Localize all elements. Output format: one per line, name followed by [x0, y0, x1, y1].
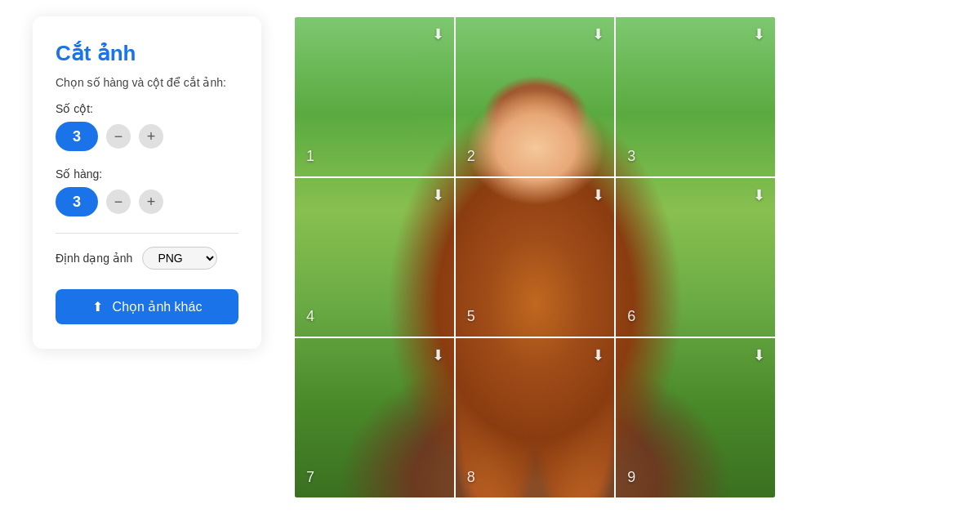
download-icon-2[interactable]: ⬇: [592, 25, 604, 43]
format-select[interactable]: PNG JPG WEBP: [142, 247, 217, 270]
cell-number-1: 1: [306, 148, 314, 165]
rows-decrement-button[interactable]: −: [106, 190, 131, 214]
cell-number-2: 2: [467, 148, 475, 165]
grid-cell-8: ⬇ 8: [455, 337, 616, 498]
columns-decrement-button[interactable]: −: [106, 124, 131, 149]
rows-value: 3: [56, 187, 98, 216]
rows-increment-button[interactable]: +: [139, 190, 163, 214]
grid-cell-9: ⬇ 9: [615, 337, 776, 498]
grid-cell-4: ⬇ 4: [294, 177, 455, 338]
download-icon-9[interactable]: ⬇: [753, 346, 765, 364]
grid-cell-7: ⬇ 7: [294, 337, 455, 498]
grid-cell-2: ⬇ 2: [455, 16, 616, 177]
format-row: Định dạng ảnh PNG JPG WEBP: [56, 247, 238, 270]
cell-number-5: 5: [467, 308, 475, 325]
grid-cell-6: ⬇ 6: [615, 177, 776, 338]
panel-description: Chọn số hàng và cột để cắt ảnh:: [56, 76, 238, 89]
rows-counter: 3 − +: [56, 187, 238, 216]
download-icon-8[interactable]: ⬇: [592, 346, 604, 364]
image-grid: ⬇ 1 ⬇ 2 ⬇ 3 ⬇ 4: [294, 16, 776, 498]
columns-counter: 3 − +: [56, 122, 238, 151]
grid-cell-1: ⬇ 1: [294, 16, 455, 177]
columns-increment-button[interactable]: +: [139, 124, 163, 149]
format-label: Định dạng ảnh: [56, 252, 132, 265]
panel-title: Cắt ảnh: [56, 41, 238, 66]
download-icon-7[interactable]: ⬇: [432, 346, 444, 364]
download-icon-4[interactable]: ⬇: [432, 186, 444, 204]
grid-cell-3: ⬇ 3: [615, 16, 776, 177]
choose-button-text: Chọn ảnh khác: [113, 299, 203, 314]
grid-cell-5: ⬇ 5: [455, 177, 616, 338]
download-icon-6[interactable]: ⬇: [753, 186, 765, 204]
cell-number-7: 7: [306, 469, 314, 486]
divider: [56, 233, 238, 234]
download-icon-1[interactable]: ⬇: [432, 25, 444, 43]
download-icon-5[interactable]: ⬇: [592, 186, 604, 204]
upload-icon: ⬆: [92, 299, 103, 314]
control-panel: Cắt ảnh Chọn số hàng và cột để cắt ảnh: …: [33, 16, 261, 349]
download-icon-3[interactable]: ⬇: [753, 25, 765, 43]
rows-label: Số hàng:: [56, 167, 238, 181]
cell-number-6: 6: [627, 308, 635, 325]
columns-value: 3: [56, 122, 98, 151]
cell-number-8: 8: [467, 469, 475, 486]
choose-image-button[interactable]: ⬆ Chọn ảnh khác: [56, 289, 238, 324]
main-container: Cắt ảnh Chọn số hàng và cột để cắt ảnh: …: [0, 0, 980, 513]
columns-label: Số cột:: [56, 102, 238, 115]
image-grid-container: ⬇ 1 ⬇ 2 ⬇ 3 ⬇ 4: [294, 16, 947, 498]
cell-number-4: 4: [306, 308, 314, 325]
cell-number-3: 3: [627, 148, 635, 165]
cell-number-9: 9: [627, 469, 635, 486]
